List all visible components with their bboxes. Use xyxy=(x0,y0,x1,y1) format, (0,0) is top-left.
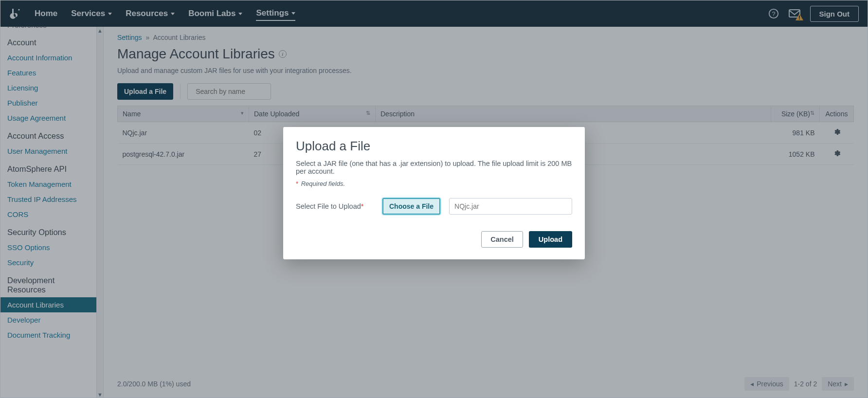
modal-required-note: * Required fields. xyxy=(296,180,572,187)
modal-title: Upload a File xyxy=(296,139,572,154)
cancel-button[interactable]: Cancel xyxy=(481,231,523,248)
choose-file-button[interactable]: Choose a File xyxy=(382,198,440,215)
upload-button[interactable]: Upload xyxy=(529,231,572,248)
upload-modal: Upload a File Select a JAR file (one tha… xyxy=(283,127,585,259)
modal-overlay[interactable]: Upload a File Select a JAR file (one tha… xyxy=(0,0,868,398)
file-select-row: Select File to Upload* Choose a File xyxy=(296,198,572,215)
selected-file-field[interactable] xyxy=(449,198,572,215)
modal-actions: Cancel Upload xyxy=(296,231,572,248)
modal-required-text: Required fields. xyxy=(301,180,345,187)
file-select-label: Select File to Upload* xyxy=(296,202,374,210)
modal-description: Select a JAR file (one that has a .jar e… xyxy=(296,160,572,175)
